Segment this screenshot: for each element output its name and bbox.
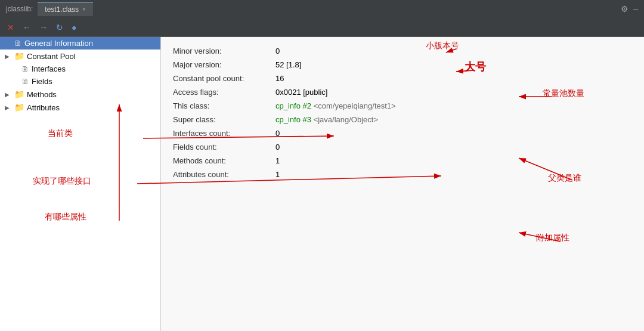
settings-icon[interactable]: ⚙ xyxy=(621,4,628,14)
label-fields-count: Fields count: xyxy=(173,143,268,151)
close-button[interactable]: ✕ xyxy=(5,21,17,33)
sidebar-label-constant-pool: Constant Pool xyxy=(27,52,76,61)
label-super-class: Super class: xyxy=(173,115,268,124)
chevron-attributes: ▶ xyxy=(5,104,12,111)
tab-test1[interactable]: test1.class × xyxy=(38,2,93,16)
value-fields-count: 0 xyxy=(275,143,632,151)
folder-icon-constant-pool: 📁 xyxy=(14,51,24,61)
label-this-class: This class: xyxy=(173,101,268,110)
title-bar: jclasslib: test1.class × ⚙ – xyxy=(0,0,644,18)
sidebar-item-constant-pool[interactable]: ▶ 📁 Constant Pool xyxy=(0,50,160,63)
sidebar-tree: 🗎 General Information ▶ 📁 Constant Pool … xyxy=(0,37,161,331)
label-minor-version: Minor version: xyxy=(173,47,268,55)
super-class-path: <java/lang/Object> xyxy=(314,115,378,124)
chevron-methods: ▶ xyxy=(5,91,12,98)
sidebar-label-methods: Methods xyxy=(27,90,57,99)
chevron-constant-pool: ▶ xyxy=(5,53,12,60)
page-icon-general: 🗎 xyxy=(14,39,22,48)
forward-button[interactable]: → xyxy=(37,21,50,33)
value-constant-pool-count: 16 xyxy=(275,74,632,83)
sidebar-item-general-info[interactable]: 🗎 General Information xyxy=(0,37,160,50)
page-icon-interfaces: 🗎 xyxy=(21,64,29,73)
value-interfaces-count: 0 xyxy=(275,129,632,138)
label-attributes-count: Attributes count: xyxy=(173,170,268,179)
back-button[interactable]: ← xyxy=(20,21,33,33)
folder-icon-attributes: 📁 xyxy=(14,103,24,112)
right-panel: Minor version: 0 Major version: 52 [1.8]… xyxy=(161,37,644,331)
app-label: jclasslib: xyxy=(6,5,33,13)
main-content: 🗎 General Information ▶ 📁 Constant Pool … xyxy=(0,37,644,331)
page-icon-fields: 🗎 xyxy=(21,77,29,86)
label-interfaces-count: Interfaces count: xyxy=(173,129,268,138)
value-super-class: cp_info #3 <java/lang/Object> xyxy=(275,115,632,124)
sidebar-label-attributes: Attributes xyxy=(27,103,60,112)
value-minor-version: 0 xyxy=(275,47,632,55)
sidebar-item-methods[interactable]: ▶ 📁 Methods xyxy=(0,88,160,101)
toolbar: ✕ ← → ↻ ● xyxy=(0,18,644,37)
dot-button[interactable]: ● xyxy=(69,21,79,33)
value-this-class: cp_info #2 <com/yepeiqiang/test1> xyxy=(275,101,632,110)
super-class-cp-link[interactable]: cp_info #3 xyxy=(275,115,311,124)
folder-icon-methods: 📁 xyxy=(14,89,24,99)
tab-close-btn[interactable]: × xyxy=(82,6,86,13)
this-class-path: <com/yepeiqiang/test1> xyxy=(314,101,396,110)
sidebar-label-fields: Fields xyxy=(32,77,52,86)
sidebar-item-attributes[interactable]: ▶ 📁 Attributes xyxy=(0,101,160,114)
pin-icon[interactable]: – xyxy=(633,4,638,14)
title-bar-right: ⚙ – xyxy=(621,4,638,14)
this-class-cp-link[interactable]: cp_info #2 xyxy=(275,101,311,110)
value-access-flags: 0x0021 [public] xyxy=(275,88,632,97)
sidebar-item-fields[interactable]: 🗎 Fields xyxy=(0,75,160,88)
label-methods-count: Methods count: xyxy=(173,156,268,165)
value-attributes-count: 1 xyxy=(275,170,632,179)
tab-label: test1.class xyxy=(45,5,79,14)
label-access-flags: Access flags: xyxy=(173,88,268,97)
value-methods-count: 1 xyxy=(275,156,632,165)
value-major-version: 52 [1.8] xyxy=(275,60,632,69)
sidebar-label-general-info: General Information xyxy=(24,39,93,48)
sidebar-label-interfaces: Interfaces xyxy=(32,64,66,73)
refresh-button[interactable]: ↻ xyxy=(54,21,66,33)
info-table: Minor version: 0 Major version: 52 [1.8]… xyxy=(173,47,632,179)
sidebar-item-interfaces[interactable]: 🗎 Interfaces xyxy=(0,63,160,75)
label-constant-pool-count: Constant pool count: xyxy=(173,74,268,83)
label-major-version: Major version: xyxy=(173,60,268,69)
